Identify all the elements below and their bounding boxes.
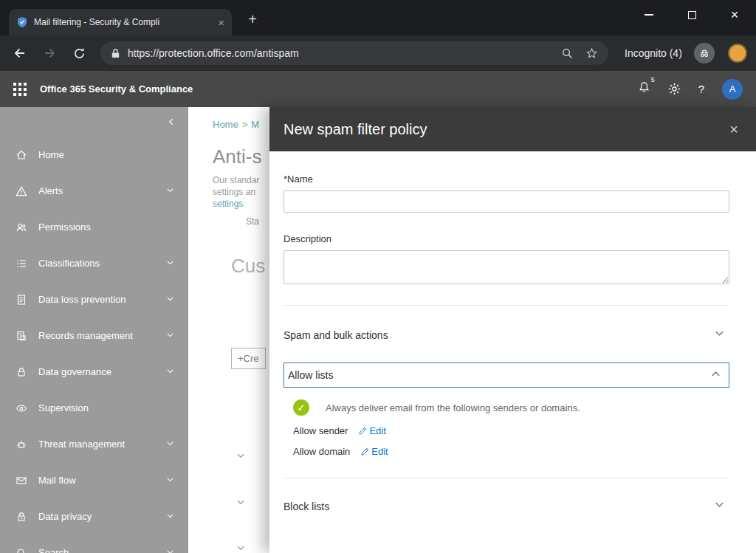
window-maximize-button[interactable]: [670, 0, 713, 30]
browser-tab-strip: Mail filtering - Security & Compli × + ×: [0, 0, 756, 35]
address-bar[interactable]: https://protection.office.com/antispam: [100, 41, 608, 65]
name-field-label: *Name: [284, 174, 729, 185]
app-title: Office 365 Security & Compliance: [40, 83, 193, 95]
incognito-icon[interactable]: [694, 43, 715, 63]
app-header: Office 365 Security & Compliance 5 ? A: [0, 71, 756, 107]
allow-sender-label: Allow sender: [293, 425, 348, 436]
app-header-actions: 5 ? A: [638, 79, 747, 100]
flyout-title: New spam filter policy: [284, 121, 427, 138]
tab-title: Mail filtering - Security & Compli: [34, 17, 212, 27]
chevron-down-icon: [714, 499, 725, 513]
browser-profile-avatar[interactable]: [728, 44, 747, 63]
shield-favicon-icon: [16, 16, 28, 28]
description-textarea[interactable]: [284, 250, 729, 284]
url-text[interactable]: https://protection.office.com/antispam: [128, 47, 554, 59]
chevron-down-icon: [714, 328, 725, 342]
search-icon[interactable]: [561, 47, 574, 60]
minimize-icon: [645, 14, 653, 16]
section-label: Allow lists: [288, 369, 333, 381]
allow-lists-section[interactable]: Allow lists: [284, 363, 729, 388]
allow-domain-label: Allow domain: [293, 446, 350, 457]
description-field-label: Description: [284, 233, 729, 244]
account-avatar[interactable]: A: [722, 79, 743, 100]
section-label: Spam and bulk actions: [284, 329, 388, 341]
app-launcher-icon[interactable]: [13, 83, 27, 96]
pencil-icon: [358, 426, 368, 436]
window-controls: ×: [628, 0, 756, 30]
allow-info-text: Always deliver email from the following …: [326, 402, 580, 413]
flyout-body: *Name Description Spam and bulk actions …: [269, 151, 756, 528]
enabled-check-icon[interactable]: ✓: [293, 399, 309, 416]
allow-lists-info-row: ✓ Always deliver email from the followin…: [284, 399, 729, 416]
browser-tab[interactable]: Mail filtering - Security & Compli ×: [9, 9, 232, 35]
help-icon[interactable]: ?: [698, 83, 704, 95]
flyout-header: New spam filter policy ×: [269, 107, 756, 151]
name-input[interactable]: [284, 190, 729, 213]
edit-label: Edit: [369, 425, 385, 436]
settings-gear-icon[interactable]: [668, 83, 681, 95]
forward-button[interactable]: [37, 41, 62, 66]
edit-label: Edit: [371, 446, 388, 457]
section-label: Block lists: [284, 501, 329, 512]
spam-and-bulk-actions-section[interactable]: Spam and bulk actions: [284, 306, 729, 358]
main-area: Home Alerts Permissions Classifications …: [0, 107, 756, 553]
new-tab-button[interactable]: +: [242, 9, 263, 30]
block-lists-section[interactable]: Block lists: [284, 478, 729, 528]
allow-domain-row: Allow domain Edit: [284, 446, 729, 457]
notification-count-badge: 5: [651, 76, 655, 83]
reload-button[interactable]: [66, 41, 92, 66]
new-spam-filter-policy-panel: New spam filter policy × *Name Descripti…: [269, 107, 756, 553]
window-close-button[interactable]: ×: [713, 0, 756, 30]
notifications-bell-icon[interactable]: 5: [638, 81, 650, 97]
pencil-icon: [360, 447, 370, 456]
maximize-icon: [688, 11, 696, 19]
chevron-up-icon: [710, 368, 721, 382]
allow-domain-edit-link[interactable]: Edit: [360, 446, 388, 457]
https-lock-icon: [111, 48, 120, 59]
omnibox-actions: [561, 47, 598, 60]
tab-close-icon[interactable]: ×: [218, 17, 224, 28]
bookmark-star-icon[interactable]: [585, 47, 598, 60]
browser-navbar: https://protection.office.com/antispam I…: [0, 35, 756, 71]
incognito-count-label: Incognito (4): [625, 47, 682, 59]
flyout-close-icon[interactable]: ×: [729, 122, 738, 137]
back-button[interactable]: [7, 41, 32, 66]
window-minimize-button[interactable]: [628, 0, 670, 30]
allow-sender-row: Allow sender Edit: [284, 425, 729, 436]
allow-sender-edit-link[interactable]: Edit: [358, 425, 385, 436]
